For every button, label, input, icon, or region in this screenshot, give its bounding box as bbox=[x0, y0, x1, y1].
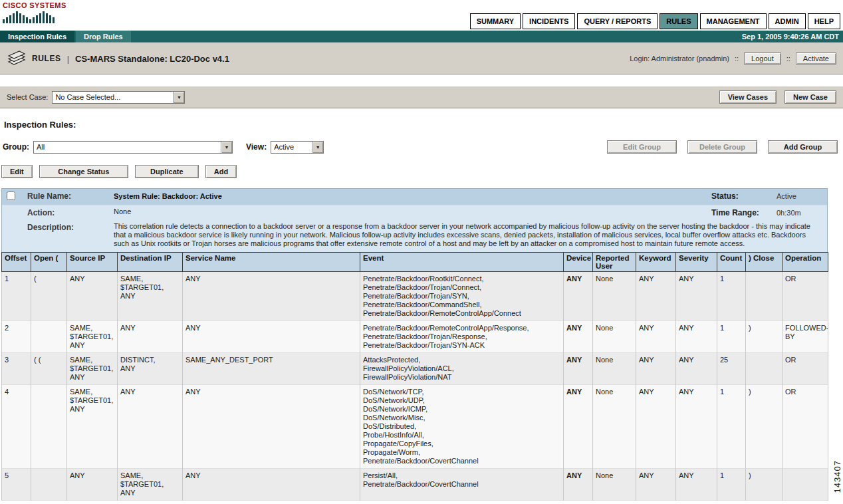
cell-source-ip: SAME, $TARGET01, ANY bbox=[67, 321, 118, 353]
subnav-tab-drop-rules[interactable]: Drop Rules bbox=[76, 31, 131, 43]
cell-close bbox=[746, 353, 783, 385]
cell-open bbox=[31, 385, 67, 469]
column-header-source-ip: Source IP bbox=[67, 253, 118, 272]
description-text: This correlation rule detects a connecti… bbox=[111, 220, 827, 252]
add-group-button[interactable]: Add Group bbox=[768, 140, 838, 154]
cisco-logo-text: Cisco Systems bbox=[3, 1, 62, 9]
cell-offset: 3 bbox=[2, 353, 31, 385]
colon-separator: :: bbox=[735, 55, 739, 63]
cell-event: Persist/All, Penetrate/Backdoor/CovertCh… bbox=[360, 469, 564, 501]
select-case-label: Select Case: bbox=[7, 93, 48, 101]
header-left: RULES | CS-MARS Standalone: LC20-Doc v4.… bbox=[7, 51, 229, 66]
rule-action-row: Action: None Time Range: 0h:30m bbox=[2, 205, 827, 220]
table-header-row: Offset Open ( Source IP Destination IP S… bbox=[2, 253, 828, 272]
activate-button[interactable]: Activate bbox=[796, 53, 836, 64]
header-login-area: Login: Administrator (pnadmin) :: Logout… bbox=[630, 53, 836, 64]
duplicate-button[interactable]: Duplicate bbox=[135, 165, 199, 178]
column-header-reported-user: Reported User bbox=[593, 253, 636, 272]
change-status-button[interactable]: Change Status bbox=[39, 165, 128, 178]
cell-operation: OR bbox=[783, 353, 828, 385]
cell-operation: OR bbox=[783, 272, 828, 321]
cell-count: 25 bbox=[717, 353, 746, 385]
edit-button[interactable]: Edit bbox=[1, 165, 33, 178]
nav-tab-management[interactable]: MANAGEMENT bbox=[700, 13, 767, 29]
column-header-open: Open ( bbox=[31, 253, 67, 272]
nav-tab-help[interactable]: HELP bbox=[808, 13, 840, 29]
cell-reported-user: None bbox=[593, 321, 636, 353]
cell-close: ) bbox=[746, 469, 783, 501]
view-select-value: Active bbox=[271, 142, 312, 153]
chevron-down-icon: ▼ bbox=[312, 142, 323, 153]
cell-event: Penetrate/Backdoor/Rootkit/Connect, Pene… bbox=[360, 272, 564, 321]
status-value: Active bbox=[770, 189, 827, 203]
subnav-tab-inspection-rules[interactable]: Inspection Rules bbox=[0, 31, 74, 43]
status-label: Status: bbox=[711, 189, 770, 203]
cell-keyword: ANY bbox=[636, 469, 676, 501]
edit-group-button[interactable]: Edit Group bbox=[607, 140, 677, 154]
nav-tab-rules[interactable]: RULES bbox=[660, 13, 697, 29]
chevron-down-icon: ▼ bbox=[173, 92, 184, 103]
cisco-bridge-icon bbox=[3, 10, 57, 23]
cell-service-name: ANY bbox=[183, 469, 360, 501]
group-filter-bar: Group: All ▼ View: Active ▼ Edit Group D… bbox=[3, 140, 838, 154]
cell-destination-ip: DISTINCT, ANY bbox=[118, 353, 183, 385]
cell-event: AttacksProtected, FirewallPolicyViolatio… bbox=[360, 353, 564, 385]
cell-event: DoS/Network/TCP, DoS/Network/UDP, DoS/Ne… bbox=[360, 385, 564, 469]
cell-reported-user: None bbox=[593, 469, 636, 501]
cell-close: ) bbox=[746, 321, 783, 353]
cell-severity: ANY bbox=[676, 321, 717, 353]
cell-event: Penetrate/Backdoor/RemoteControlApp/Resp… bbox=[360, 321, 564, 353]
rule-name-label: Rule Name: bbox=[25, 189, 111, 203]
logout-button[interactable]: Logout bbox=[744, 53, 781, 64]
colon-separator: :: bbox=[786, 55, 790, 63]
page-title: CS-MARS Standalone: LC20-Doc v4.1 bbox=[75, 54, 229, 64]
case-buttons: View Cases New Case bbox=[719, 90, 836, 104]
cell-offset: 4 bbox=[2, 385, 31, 469]
nav-tab-admin[interactable]: ADMIN bbox=[769, 13, 806, 29]
delete-group-button[interactable]: Delete Group bbox=[687, 140, 757, 154]
cell-severity: ANY bbox=[676, 272, 717, 321]
table-row: 3 ( ( SAME, $TARGET01, ANY DISTINCT, ANY… bbox=[2, 353, 828, 385]
chevron-down-icon: ▼ bbox=[221, 142, 232, 153]
rule-summary-block: Rule Name: System Rule: Backdoor: Active… bbox=[1, 188, 828, 252]
rule-name-value: System Rule: Backdoor: Active bbox=[111, 189, 711, 203]
cell-keyword: ANY bbox=[636, 385, 676, 469]
cell-operation: OR bbox=[783, 385, 828, 469]
cell-device: ANY bbox=[564, 469, 593, 501]
cell-reported-user: None bbox=[593, 272, 636, 321]
column-header-close: ) Close bbox=[746, 253, 783, 272]
rule-conditions-table: Offset Open ( Source IP Destination IP S… bbox=[1, 252, 828, 501]
rule-description-row: Description: This correlation rule detec… bbox=[2, 220, 827, 252]
view-select[interactable]: Active ▼ bbox=[271, 141, 324, 154]
spacer bbox=[2, 205, 25, 220]
column-header-destination-ip: Destination IP bbox=[118, 253, 183, 272]
cell-keyword: ANY bbox=[636, 272, 676, 321]
sub-nav-strip: Inspection Rules Drop Rules Sep 1, 2005 … bbox=[0, 31, 843, 43]
cell-destination-ip: ANY bbox=[118, 321, 183, 353]
cell-open: ( ( bbox=[31, 353, 67, 385]
add-button[interactable]: Add bbox=[205, 165, 237, 178]
view-cases-button[interactable]: View Cases bbox=[719, 90, 777, 104]
cell-destination-ip: ANY bbox=[118, 385, 183, 469]
nav-tab-query-reports[interactable]: QUERY / REPORTS bbox=[577, 13, 658, 29]
cell-keyword: ANY bbox=[636, 321, 676, 353]
action-value: None bbox=[111, 205, 711, 220]
cell-destination-ip: SAME, $TARGET01, ANY bbox=[118, 469, 183, 501]
rule-checkbox[interactable] bbox=[7, 191, 15, 200]
page-heading: Inspection Rules: bbox=[4, 120, 843, 130]
table-row: 2 SAME, $TARGET01, ANY ANY ANY Penetrate… bbox=[2, 321, 828, 353]
column-header-service-name: Service Name bbox=[183, 253, 360, 272]
view-label: View: bbox=[246, 142, 267, 152]
case-select[interactable]: No Case Selected... ▼ bbox=[52, 91, 185, 104]
rules-stack-icon bbox=[7, 51, 27, 66]
cell-severity: ANY bbox=[676, 353, 717, 385]
application-header: RULES | CS-MARS Standalone: LC20-Doc v4.… bbox=[0, 43, 843, 74]
nav-tab-incidents[interactable]: INCIDENTS bbox=[523, 13, 575, 29]
cell-close bbox=[746, 272, 783, 321]
group-buttons: Edit Group Delete Group Add Group bbox=[607, 140, 838, 154]
column-header-offset: Offset bbox=[2, 253, 31, 272]
select-case-bar: Select Case: No Case Selected... ▼ View … bbox=[0, 86, 843, 108]
nav-tab-summary[interactable]: SUMMARY bbox=[470, 13, 521, 29]
group-select[interactable]: All ▼ bbox=[33, 141, 233, 154]
new-case-button[interactable]: New Case bbox=[784, 90, 836, 104]
